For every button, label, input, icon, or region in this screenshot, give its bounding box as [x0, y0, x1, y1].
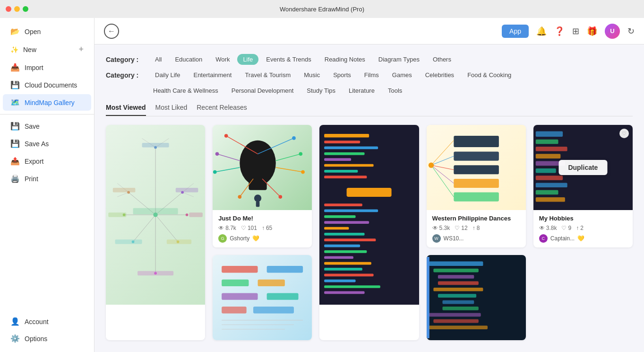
- sidebar-item-saveas[interactable]: 💾 Save As: [3, 135, 91, 152]
- cat-daily[interactable]: Daily Life: [149, 70, 186, 80]
- cat-music[interactable]: Music: [298, 70, 326, 80]
- sidebar-label-account: Account: [25, 318, 49, 326]
- duplicate-button[interactable]: Duplicate: [558, 160, 607, 175]
- app-button[interactable]: App: [502, 25, 529, 38]
- content-area: Category : All Education Work Life Event…: [94, 44, 644, 352]
- cat-tools[interactable]: Tools: [382, 85, 408, 96]
- cat-personal[interactable]: Personal Development: [226, 85, 300, 96]
- svg-point-47: [213, 170, 217, 174]
- svg-rect-54: [324, 147, 378, 150]
- cat-education[interactable]: Education: [169, 54, 208, 65]
- gallery-card-1[interactable]: [106, 125, 205, 340]
- author-avatar-5: C: [539, 234, 548, 243]
- sidebar-item-gallery[interactable]: 🗺️ MindMap Gallery: [3, 94, 91, 111]
- sidebar-item-export[interactable]: 📤 Export: [3, 153, 91, 169]
- svg-rect-24: [142, 143, 169, 148]
- tab-most-viewed[interactable]: Most Viewed: [106, 104, 146, 116]
- gallery-card-5[interactable]: ♡: [533, 125, 633, 247]
- cat-sports[interactable]: Sports: [327, 70, 357, 80]
- cat-games[interactable]: Games: [386, 70, 418, 80]
- cat-films[interactable]: Films: [359, 70, 385, 80]
- grid-icon[interactable]: ⊞: [572, 26, 579, 36]
- svg-rect-116: [442, 307, 478, 310]
- sidebar-label-import: Import: [25, 64, 43, 71]
- stat-shares-2: ↑ 65: [262, 225, 272, 231]
- svg-line-6: [155, 215, 178, 242]
- svg-rect-101: [258, 280, 285, 286]
- stat-views-2: 👁 8.7k: [218, 225, 236, 231]
- refresh-icon[interactable]: ↻: [627, 26, 635, 36]
- sidebar-label-options: Options: [25, 335, 47, 343]
- gallery-card-4[interactable]: Western Philippine Dances 👁 5.3k ♡ 12 ↑ …: [427, 125, 526, 247]
- cat-entertainment[interactable]: Entertainment: [188, 70, 237, 80]
- cat-food[interactable]: Food & Cooking: [462, 70, 517, 80]
- cat-reading[interactable]: Reading Notes: [319, 54, 371, 65]
- cat-diagram[interactable]: Diagram Types: [373, 54, 425, 65]
- gift-icon[interactable]: 🎁: [587, 26, 597, 36]
- svg-rect-56: [324, 158, 351, 161]
- cat-study[interactable]: Study Tips: [301, 85, 341, 96]
- cat-literature[interactable]: Literature: [343, 85, 380, 96]
- cat-health[interactable]: Health Care & Wellness: [147, 85, 224, 96]
- cat-events[interactable]: Events & Trends: [260, 54, 317, 65]
- stat-likes-4: ♡ 12: [455, 225, 467, 231]
- maximize-button[interactable]: [23, 6, 28, 12]
- gallery-icon: 🗺️: [10, 98, 20, 107]
- sidebar-item-options[interactable]: ⚙️ Options: [3, 330, 91, 347]
- header-left: ←: [104, 24, 119, 39]
- sidebar-label-saveas: Save As: [25, 140, 49, 148]
- sidebar-item-save[interactable]: 💾 Save: [3, 118, 91, 134]
- bell-icon[interactable]: 🔔: [536, 26, 547, 36]
- new-plus-icon[interactable]: +: [78, 44, 84, 54]
- user-avatar[interactable]: U: [605, 24, 620, 39]
- sidebar-item-print[interactable]: 🖨️ Print: [3, 170, 91, 187]
- card-thumb-4: [427, 125, 526, 210]
- svg-rect-98: [222, 266, 258, 273]
- svg-rect-102: [222, 293, 258, 299]
- svg-rect-99: [267, 266, 303, 273]
- back-button[interactable]: ←: [104, 24, 119, 39]
- cat-life[interactable]: Life: [237, 54, 258, 65]
- svg-rect-79: [454, 165, 499, 174]
- svg-rect-71: [324, 262, 371, 265]
- svg-rect-110: [433, 269, 479, 273]
- stat-shares-4: ↑ 8: [472, 225, 480, 231]
- svg-line-86: [431, 165, 454, 197]
- help-icon[interactable]: ❓: [554, 26, 565, 36]
- svg-rect-30: [167, 239, 191, 244]
- close-button[interactable]: [6, 6, 11, 12]
- gallery-card-3[interactable]: [319, 125, 419, 340]
- account-icon: 👤: [10, 317, 20, 326]
- cat-celebrities[interactable]: Celebrities: [420, 70, 460, 80]
- cat-all[interactable]: All: [149, 54, 167, 65]
- save-icon: 💾: [10, 122, 20, 131]
- header-right: App 🔔 ❓ ⊞ 🎁 U ↻: [502, 24, 635, 39]
- cat-travel[interactable]: Travel & Tourism: [239, 70, 296, 80]
- svg-rect-65: [324, 227, 349, 230]
- gallery-card-2[interactable]: Just Do Me! 👁 8.7k ♡ 101 ↑ 65 G Gshorty …: [213, 125, 312, 247]
- card-stats-5: 👁 3.8k ♡ 9 ↑ 2: [539, 225, 627, 231]
- cat-work[interactable]: Work: [210, 54, 235, 65]
- svg-rect-25: [113, 188, 136, 193]
- gallery-grid: Just Do Me! 👁 8.7k ♡ 101 ↑ 65 G Gshorty …: [106, 125, 633, 340]
- svg-rect-29: [115, 239, 142, 244]
- sidebar-item-new[interactable]: ✨ New +: [3, 41, 91, 58]
- sidebar-label-new: New: [23, 46, 36, 53]
- svg-rect-53: [324, 141, 360, 143]
- gallery-card-6[interactable]: [213, 255, 312, 340]
- cat-others[interactable]: Others: [427, 54, 457, 65]
- tab-most-liked[interactable]: Most Liked: [155, 104, 188, 116]
- sidebar-item-import[interactable]: 📥 Import: [3, 59, 91, 76]
- svg-point-32: [240, 141, 276, 186]
- sidebar-item-open[interactable]: 📂 Open: [3, 23, 91, 40]
- sidebar-item-cloud[interactable]: 💾 Cloud Documents: [3, 77, 91, 93]
- svg-rect-111: [438, 275, 473, 279]
- svg-line-5: [133, 215, 156, 242]
- svg-rect-93: [536, 168, 556, 173]
- sidebar-item-account[interactable]: 👤 Account: [3, 313, 91, 330]
- minimize-button[interactable]: [14, 6, 20, 12]
- svg-rect-88: [536, 132, 563, 137]
- main-content: ← App 🔔 ❓ ⊞ 🎁 U ↻ Category : All Educati…: [94, 18, 644, 352]
- tab-recent[interactable]: Recent Releases: [197, 104, 247, 116]
- gallery-card-7[interactable]: [427, 255, 526, 340]
